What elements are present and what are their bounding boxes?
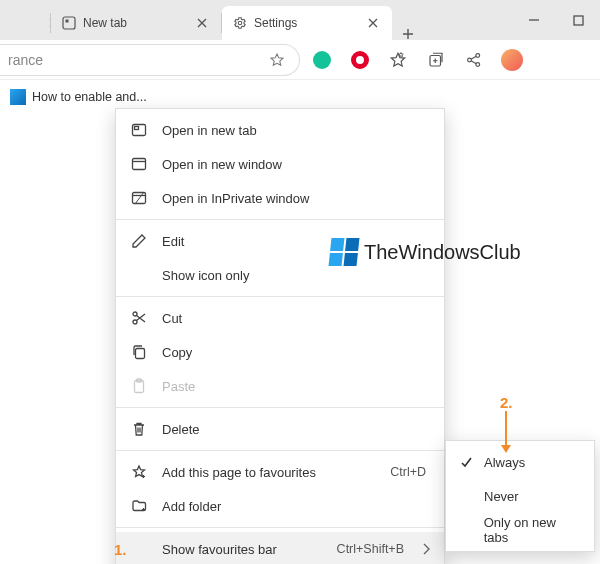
window-icon — [130, 155, 148, 173]
menu-copy[interactable]: Copy — [116, 335, 444, 369]
menu-label: Add this page to favourites — [162, 465, 376, 480]
svg-point-12 — [133, 312, 137, 316]
new-tab-page-icon — [61, 15, 77, 31]
watermark-text: TheWindowsClub — [364, 241, 521, 264]
menu-delete[interactable]: Delete — [116, 412, 444, 446]
menu-open-new-tab[interactable]: Open in new tab — [116, 113, 444, 147]
svg-rect-10 — [133, 159, 146, 170]
gear-icon — [232, 15, 248, 31]
menu-add-folder[interactable]: Add folder — [116, 489, 444, 523]
site-favicon-icon — [10, 89, 26, 105]
favourite-star-icon[interactable] — [263, 52, 291, 68]
tab-strip: cks, H New tab Settings — [0, 0, 424, 40]
address-input[interactable] — [8, 52, 263, 68]
favourites-bar-item-label: How to enable and... — [32, 90, 147, 104]
minimize-button[interactable] — [512, 0, 556, 40]
windows-flag-icon — [329, 238, 360, 266]
trash-icon — [130, 420, 148, 438]
svg-rect-1 — [66, 20, 69, 23]
scissors-icon — [130, 309, 148, 327]
profile-avatar[interactable] — [498, 46, 526, 74]
menu-label: Open in InPrivate window — [162, 191, 430, 206]
svg-point-13 — [133, 320, 137, 324]
new-tab-icon — [130, 121, 148, 139]
tab-partial[interactable]: cks, H — [0, 6, 50, 40]
submenu-label: Only on new tabs — [484, 515, 582, 545]
clipboard-icon — [130, 377, 148, 395]
svg-rect-0 — [63, 17, 75, 29]
close-icon[interactable] — [49, 14, 50, 32]
menu-cut[interactable]: Cut — [116, 301, 444, 335]
folder-plus-icon — [130, 497, 148, 515]
inprivate-icon — [130, 189, 148, 207]
maximize-button[interactable] — [556, 0, 600, 40]
shortcut-label: Ctrl+Shift+B — [337, 542, 404, 556]
submenu-never[interactable]: Never — [446, 479, 594, 513]
annotation-two-label: 2. — [500, 394, 513, 411]
blank-icon — [130, 266, 148, 284]
menu-label: Copy — [162, 345, 430, 360]
star-plus-icon — [130, 463, 148, 481]
menu-label: Open in new window — [162, 157, 430, 172]
submenu-always[interactable]: Always — [446, 445, 594, 479]
close-icon[interactable] — [364, 14, 382, 32]
menu-label: Cut — [162, 311, 430, 326]
address-bar[interactable] — [0, 44, 300, 76]
submenu-label: Always — [484, 455, 525, 470]
annotation-one: 1. — [114, 541, 127, 558]
check-icon — [458, 456, 474, 469]
menu-label: Add folder — [162, 499, 430, 514]
tab-settings[interactable]: Settings — [222, 6, 392, 40]
blank-icon — [130, 540, 148, 558]
favourites-icon[interactable] — [384, 46, 412, 74]
tab-label: Settings — [254, 16, 297, 30]
share-icon[interactable] — [460, 46, 488, 74]
window-titlebar: cks, H New tab Settings — [0, 0, 600, 40]
tab-new-tab[interactable]: New tab — [51, 6, 221, 40]
menu-open-inprivate[interactable]: Open in InPrivate window — [116, 181, 444, 215]
toolbar-actions — [308, 46, 526, 74]
favourites-bar-item[interactable]: How to enable and... — [10, 89, 147, 105]
svg-rect-14 — [136, 349, 145, 359]
menu-separator — [116, 296, 444, 297]
copy-icon — [130, 343, 148, 361]
menu-label: Delete — [162, 422, 430, 437]
submenu-label: Never — [484, 489, 519, 504]
menu-show-favourites-bar[interactable]: 1. Show favourites bar Ctrl+Shift+B — [116, 532, 444, 564]
watermark-logo: TheWindowsClub — [330, 238, 521, 266]
menu-label: Paste — [162, 379, 430, 394]
toolbar — [0, 40, 600, 80]
new-tab-button[interactable] — [392, 28, 424, 40]
collections-icon[interactable] — [422, 46, 450, 74]
chevron-right-icon — [422, 543, 430, 555]
menu-separator — [116, 407, 444, 408]
menu-paste: Paste — [116, 369, 444, 403]
menu-label: Show favourites bar — [162, 542, 323, 557]
close-icon[interactable] — [193, 14, 211, 32]
window-controls — [512, 0, 600, 40]
tab-label: New tab — [83, 16, 127, 30]
opera-icon[interactable] — [346, 46, 374, 74]
shortcut-label: Ctrl+D — [390, 465, 426, 479]
submenu-favourites-bar: Always Never Only on new tabs — [445, 440, 595, 552]
context-menu: Open in new tab Open in new window Open … — [115, 108, 445, 564]
menu-separator — [116, 219, 444, 220]
pencil-icon — [130, 232, 148, 250]
grammarly-icon[interactable] — [308, 46, 336, 74]
menu-open-new-window[interactable]: Open in new window — [116, 147, 444, 181]
submenu-only-new-tabs[interactable]: Only on new tabs — [446, 513, 594, 547]
svg-point-2 — [238, 21, 242, 25]
menu-add-page-favourites[interactable]: Add this page to favourites Ctrl+D — [116, 455, 444, 489]
menu-label: Show icon only — [162, 268, 430, 283]
menu-separator — [116, 527, 444, 528]
annotation-two: 2. — [500, 394, 513, 453]
svg-rect-3 — [574, 16, 583, 25]
menu-separator — [116, 450, 444, 451]
svg-rect-9 — [135, 127, 139, 130]
menu-label: Open in new tab — [162, 123, 430, 138]
